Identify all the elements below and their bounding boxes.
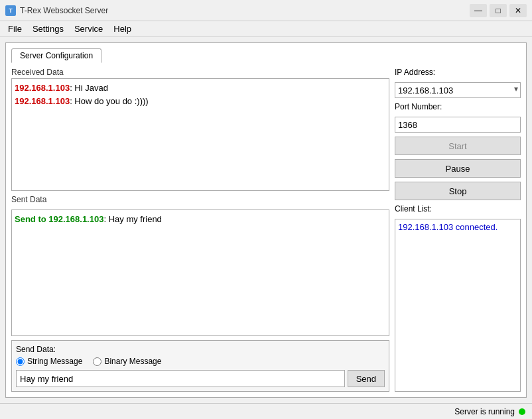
ip-address-select[interactable]: 192.168.1.103 bbox=[395, 82, 521, 98]
send-message-input[interactable] bbox=[16, 370, 345, 387]
status-indicator bbox=[519, 408, 525, 415]
stop-button[interactable]: Stop bbox=[395, 182, 521, 200]
port-number-input[interactable] bbox=[395, 117, 521, 133]
sent-msg: : Hay my friend bbox=[103, 214, 161, 224]
send-input-row: Send bbox=[16, 370, 385, 387]
string-message-option[interactable]: String Message bbox=[16, 357, 82, 366]
tab-server-configuration[interactable]: Server Configuration bbox=[11, 48, 101, 63]
string-message-label: String Message bbox=[27, 357, 82, 366]
tab-container: Server Configuration Received Data 192.1… bbox=[5, 42, 527, 398]
received-ip-1: 192.168.1.103 bbox=[15, 83, 70, 93]
received-data-box: 192.168.1.103: Hi Javad 192.168.1.103: H… bbox=[11, 78, 389, 191]
client-list-label: Client List: bbox=[395, 204, 521, 213]
menu-file[interactable]: File bbox=[3, 23, 27, 35]
status-text: Server is running bbox=[454, 407, 515, 416]
sent-prefix: Send to 192.168.1.103 bbox=[15, 214, 103, 224]
received-data-label: Received Data bbox=[11, 68, 389, 77]
start-button[interactable]: Start bbox=[395, 137, 521, 155]
close-button[interactable]: ✕ bbox=[509, 4, 527, 17]
client-list-box: 192.168.1.103 connected. bbox=[395, 219, 521, 392]
send-data-label: Send Data: bbox=[16, 345, 385, 354]
received-line-2: 192.168.1.103: How do you do :)))) bbox=[15, 95, 386, 108]
content-area: Received Data 192.168.1.103: Hi Javad 19… bbox=[11, 68, 521, 392]
port-number-label: Port Number: bbox=[395, 102, 521, 111]
sent-line-1: Send to 192.168.1.103: Hay my friend bbox=[15, 213, 386, 226]
binary-message-label: Binary Message bbox=[104, 357, 161, 366]
send-button[interactable]: Send bbox=[348, 370, 385, 387]
minimize-button[interactable]: — bbox=[470, 4, 487, 17]
menu-service[interactable]: Service bbox=[69, 23, 108, 35]
received-msg-1: : Hi Javad bbox=[70, 83, 108, 93]
received-msg-2: : How do you do :)))) bbox=[70, 96, 149, 106]
binary-message-radio[interactable] bbox=[93, 357, 101, 366]
binary-message-option[interactable]: Binary Message bbox=[93, 357, 161, 366]
sent-data-box: Send to 192.168.1.103: Hay my friend bbox=[11, 210, 389, 336]
right-panel: IP Address: 192.168.1.103 Port Number: S… bbox=[395, 68, 521, 392]
message-type-row: String Message Binary Message bbox=[16, 357, 385, 366]
string-message-radio[interactable] bbox=[16, 357, 25, 366]
maximize-button[interactable]: □ bbox=[490, 4, 507, 17]
ip-select-wrapper: 192.168.1.103 bbox=[395, 82, 521, 98]
tab-header: Server Configuration bbox=[11, 48, 521, 62]
sent-data-label: Sent Data bbox=[11, 195, 389, 204]
left-panel: Received Data 192.168.1.103: Hi Javad 19… bbox=[11, 68, 389, 392]
main-content: Server Configuration Received Data 192.1… bbox=[0, 37, 532, 403]
client-list-entry: 192.168.1.103 connected. bbox=[398, 222, 517, 232]
menu-settings[interactable]: Settings bbox=[27, 23, 69, 35]
status-bar: Server is running bbox=[0, 403, 532, 419]
menu-help[interactable]: Help bbox=[108, 23, 137, 35]
title-bar: T T-Rex Websocket Server — □ ✕ bbox=[0, 0, 532, 21]
received-line-1: 192.168.1.103: Hi Javad bbox=[15, 82, 386, 95]
window-controls: — □ ✕ bbox=[470, 4, 527, 17]
window-title: T-Rex Websocket Server bbox=[20, 6, 470, 15]
menu-bar: File Settings Service Help bbox=[0, 21, 532, 37]
send-panel: Send Data: String Message Binary Message bbox=[11, 340, 389, 392]
ip-address-label: IP Address: bbox=[395, 68, 521, 77]
pause-button[interactable]: Pause bbox=[395, 159, 521, 178]
app-icon: T bbox=[5, 5, 16, 16]
received-data-section: Received Data 192.168.1.103: Hi Javad 19… bbox=[11, 68, 389, 191]
received-ip-2: 192.168.1.103 bbox=[15, 96, 70, 106]
